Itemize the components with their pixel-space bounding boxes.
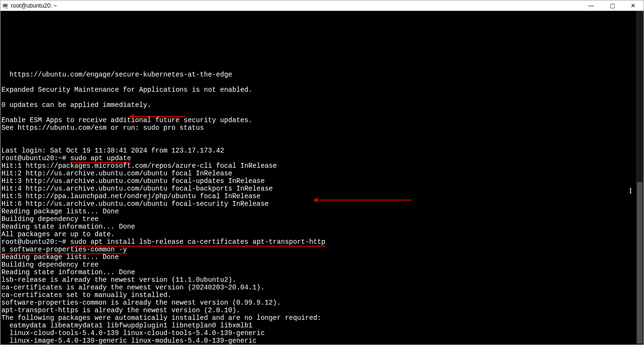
putty-icon	[2, 2, 9, 9]
titlebar-left: root@ubuntu20: ~	[2, 2, 57, 9]
minimize-button[interactable]: —	[581, 0, 602, 10]
window-title: root@ubuntu20: ~	[11, 2, 57, 9]
svg-point-3	[8, 8, 9, 9]
maximize-button[interactable]: ▢	[602, 0, 623, 10]
window-controls: — ▢ ✕	[581, 0, 644, 10]
terminal-output[interactable]: https://ubuntu.com/engage/secure-kuberne…	[0, 11, 636, 345]
putty-window: root@ubuntu20: ~ — ▢ ✕ https://ubuntu.co…	[0, 0, 644, 345]
text-cursor-ibeam: I	[629, 187, 632, 195]
terminal-wrap: https://ubuntu.com/engage/secure-kuberne…	[0, 11, 644, 345]
close-button[interactable]: ✕	[623, 0, 644, 10]
svg-rect-1	[3, 4, 7, 7]
annotation-arrow-2	[317, 200, 412, 201]
scrollbar-thumb[interactable]	[637, 182, 643, 344]
window-titlebar[interactable]: root@ubuntu20: ~ — ▢ ✕	[0, 0, 644, 11]
scrollbar-vertical[interactable]	[636, 11, 644, 345]
annotation-arrow-1	[133, 116, 185, 117]
